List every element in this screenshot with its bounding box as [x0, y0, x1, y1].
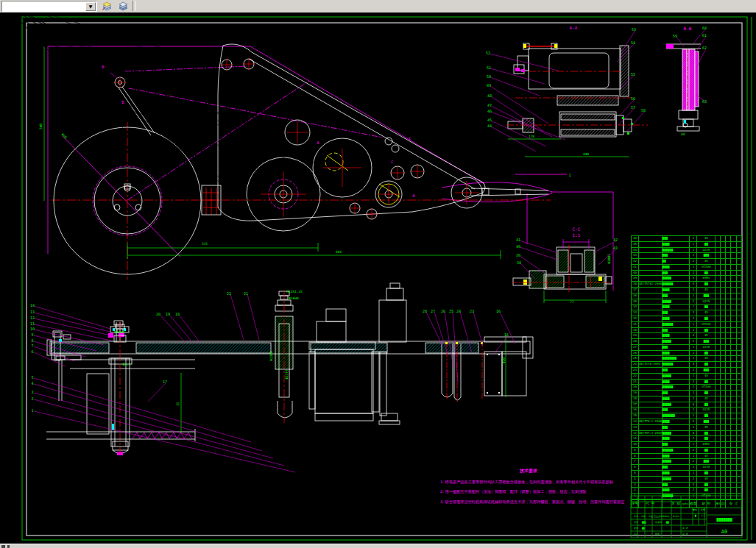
table-cell [639, 494, 663, 499]
table-cell [721, 471, 726, 477]
dimension-text: Φ20 [502, 357, 506, 363]
table-cell: ▇▇▇ [697, 419, 716, 425]
table-cell: 4 [690, 362, 697, 368]
balloon-number: 57 [631, 105, 635, 110]
table-cell [737, 436, 742, 442]
section-label: C-C [573, 227, 581, 232]
table-cell: 5 [632, 471, 639, 477]
table-cell [737, 368, 742, 374]
table-cell: ▇▇▇ [663, 310, 690, 316]
title-block-label: 处数 [640, 515, 646, 518]
table-cell: 4 [690, 276, 697, 282]
table-cell: 10 [632, 442, 639, 448]
table-cell [639, 259, 663, 265]
table-cell [726, 293, 731, 299]
table-cell [716, 242, 721, 248]
table-cell: 14 [632, 419, 639, 425]
table-cell [716, 419, 721, 425]
table-cell [639, 396, 663, 402]
table-cell: 19 [632, 391, 639, 396]
table-row: 43▇▇▇1▇▇▇ [632, 253, 742, 259]
table-cell [639, 448, 663, 454]
dimension-text: 664 [336, 250, 342, 254]
table-cell [737, 385, 742, 391]
table-cell [737, 425, 742, 431]
table-row: 31▇▇▇▇▇▇1HT200 [632, 322, 742, 328]
table-cell [639, 413, 663, 419]
table-cell: ▇▇ [697, 305, 716, 310]
table-header-cell: 单件 [716, 500, 721, 508]
table-cell [639, 293, 663, 299]
table-cell [716, 333, 721, 339]
chevron-down-icon[interactable]: ▼ [85, 2, 96, 11]
table-cell [726, 339, 731, 345]
table-cell: ▇▇ [697, 271, 716, 277]
table-row: 7▇▇▇▇▇2▇▇▇ [632, 459, 742, 465]
table-cell [737, 483, 742, 488]
note-line-1: 1. 组装前产品各主要零部件均以工序检验合格验收，毛刺均需清除，所有零件相关尺寸… [440, 480, 632, 485]
table-cell [737, 328, 742, 334]
table-header-cell: 材 料 [697, 500, 716, 508]
table-cell [721, 271, 726, 277]
table-cell [731, 345, 737, 351]
table-cell: 2 [690, 339, 697, 345]
table-cell [721, 477, 726, 483]
table-cell: HT200 [697, 385, 716, 391]
table-cell: 24 [632, 362, 639, 368]
table-row: 26▇▇▇▇2▇▇ [632, 351, 742, 357]
table-row: 36▇▇▇1▇▇▇ [632, 293, 742, 299]
table-cell [726, 380, 731, 385]
table-cell [731, 265, 737, 271]
table-cell: 1 [690, 374, 697, 380]
dimension-text: 60 [681, 132, 685, 136]
table-cell [716, 425, 721, 431]
note-line-3: 3. 铰合部需灵活行程机构保证机械转动灵活无卡滞，头部件螺栓、紧固点、销键、丝堵… [440, 499, 632, 505]
layer-states-icon[interactable] [116, 1, 130, 13]
balloon-number: 13 [30, 310, 35, 314]
view-arrow-letter: A [317, 140, 319, 145]
table-cell: 2 [690, 385, 697, 391]
table-cell [721, 396, 726, 402]
table-cell: ▇▇▇▇ [663, 351, 690, 357]
table-cell [726, 345, 731, 351]
table-row: 44▇▇▇▇▇▇2Q235 [632, 248, 742, 254]
table-cell [737, 293, 742, 299]
table-cell [721, 459, 726, 465]
table-row: 30▇▇▇2▇▇ [632, 328, 742, 334]
table-cell [726, 391, 731, 396]
dimension-text: Φ25f7 [285, 369, 289, 380]
table-cell: ▇▇▇ [663, 345, 690, 351]
table-cell [716, 477, 721, 483]
dimension-text: Φ22H8 [269, 351, 273, 361]
table-cell [731, 477, 737, 483]
title-block-label: ▇▇ [641, 527, 645, 530]
title-block-label: 校核 [633, 527, 638, 530]
balloon-number: 22 [227, 291, 231, 296]
table-cell [726, 236, 731, 242]
table-cell [726, 402, 731, 408]
layer-properties-icon[interactable] [100, 1, 114, 13]
table-cell [726, 442, 731, 448]
table-cell [721, 333, 726, 339]
table-header-cell: 总计 [721, 500, 726, 508]
table-cell [726, 356, 731, 362]
table-cell [716, 310, 721, 316]
table-cell: HT200 [697, 265, 716, 271]
balloon-number: 3 [31, 390, 33, 394]
drawing-canvas[interactable]: 5251504948474645445354555657585960616263… [0, 13, 756, 544]
dimension-text: Φ30NUT [114, 330, 127, 334]
table-row: 17▇▇▇▇▇6▇▇ [632, 402, 742, 408]
table-cell: 2 [690, 248, 697, 254]
balloon-number: 5 [31, 375, 33, 380]
table-cell [721, 253, 726, 259]
table-cell [639, 265, 663, 271]
table-cell: 32 [632, 316, 639, 322]
table-cell [716, 236, 721, 242]
table-row: 37▇▇▇▇245 [632, 288, 742, 293]
table-cell [721, 431, 726, 437]
table-cell [737, 351, 742, 357]
balloon-number: 20 [156, 312, 160, 316]
balloon-number: 12 [30, 316, 35, 320]
table-cell: 1 [690, 391, 697, 396]
layer-combobox[interactable]: ▼ [1, 1, 97, 12]
